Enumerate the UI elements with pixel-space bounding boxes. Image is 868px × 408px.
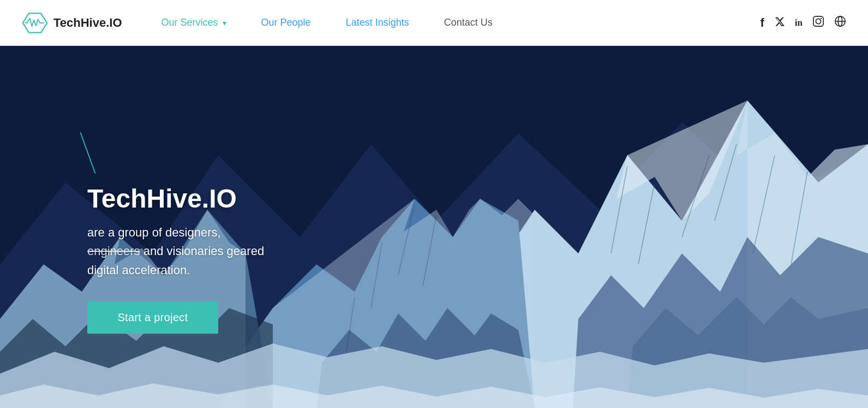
- logo-icon: [22, 12, 48, 34]
- nav-link-insights[interactable]: Latest Insights: [328, 0, 427, 46]
- hero-content: TechHive.IO are a group of designers, en…: [0, 46, 868, 408]
- svg-rect-3: [813, 16, 823, 26]
- nav-link-services[interactable]: Our Services ▾: [144, 0, 244, 46]
- hero-title: TechHive.IO: [87, 184, 868, 214]
- nav-link-contact[interactable]: Contact Us: [427, 0, 510, 46]
- svg-point-5: [821, 18, 822, 19]
- nav-logo[interactable]: TechHive.IO: [22, 12, 122, 34]
- linkedin-icon[interactable]: in: [795, 17, 803, 28]
- hero-accent-line: [80, 132, 95, 174]
- nav-link-people[interactable]: Our People: [244, 0, 328, 46]
- nav-links: Our Services ▾ Our People Latest Insight…: [144, 0, 761, 46]
- svg-point-4: [816, 19, 821, 23]
- globe-icon[interactable]: [834, 15, 846, 30]
- twitter-icon[interactable]: [774, 16, 785, 29]
- start-project-button[interactable]: Start a project: [87, 301, 218, 334]
- navbar: TechHive.IO Our Services ▾ Our People La…: [0, 0, 868, 46]
- hero-subtitle: are a group of designers, engineers and …: [87, 223, 322, 279]
- chevron-down-icon: ▾: [223, 19, 226, 27]
- nav-socials: f in: [760, 15, 846, 30]
- logo-text: TechHive.IO: [53, 16, 122, 30]
- instagram-icon[interactable]: [812, 15, 824, 30]
- hero-section: TechHive.IO are a group of designers, en…: [0, 46, 868, 408]
- facebook-icon[interactable]: f: [760, 16, 764, 30]
